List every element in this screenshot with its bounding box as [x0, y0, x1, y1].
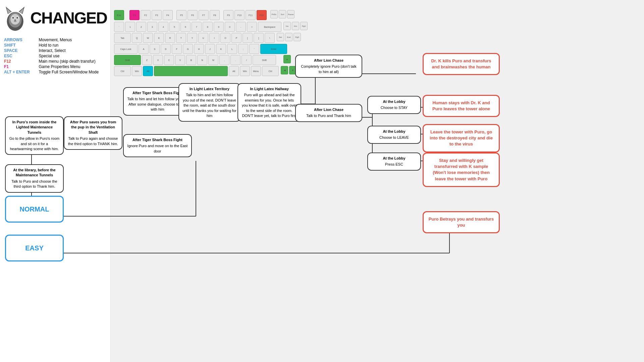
key-1: 1: [125, 22, 135, 32]
outcome1-text: Dr. K kills Puro and transfurs and brain…: [431, 58, 491, 69]
node-lion-talk: After Lion Chase Talk to Puro and Thank …: [295, 104, 362, 122]
node-lobby-esc-body: Press ESC: [385, 162, 403, 166]
outcome-puro-betrays: Puro Betrays you and transfurs you: [423, 211, 500, 233]
node-puro-saves-title: After Puro saves you from the pup in the…: [68, 120, 118, 135]
key-f2: F2: [141, 10, 151, 20]
desc-f12: Main menu (skip death transfur): [39, 59, 106, 64]
key-d: D: [161, 44, 171, 54]
key-quote: ': [249, 44, 259, 54]
key-minus: -: [236, 22, 246, 32]
desc-space: Interact, Select: [39, 48, 106, 53]
node-llt-title: In Light Latex Territory: [182, 86, 236, 92]
key-g: G: [183, 44, 193, 54]
key-e: E: [154, 33, 164, 43]
key-up: ▲: [283, 55, 291, 63]
control-space: SPACE Interact, Select: [4, 48, 106, 53]
key-i: I: [209, 33, 219, 43]
key-rbracket: ]: [254, 33, 264, 43]
key-enter-kb: Enter: [260, 44, 287, 54]
key-f6: F6: [187, 10, 198, 20]
key-esc-kb: Esc: [114, 10, 124, 20]
node-library-title: At the library, before the Maintenance T…: [9, 168, 60, 178]
desc-arrows: Movement, Menus: [39, 38, 106, 42]
normal-label: NORMAL: [20, 204, 49, 214]
key-f12-kb: F12: [257, 10, 267, 20]
key-f12: F12: [4, 59, 38, 64]
node-lion-talk-title: After Lion Chase: [299, 107, 358, 112]
key-f8: F8: [210, 10, 220, 20]
control-shift: SHIFT Hold to run: [4, 43, 106, 48]
key-alt-r: Alt: [229, 66, 239, 76]
key-alt: ALT + ENTER: [4, 70, 38, 74]
svg-point-11: [14, 20, 16, 21]
key-comma: ,: [219, 55, 229, 65]
outcome3-text: Leave the tower with Puro, go into the d…: [430, 129, 493, 146]
key-win: Win: [132, 66, 142, 76]
key-backtick: `: [114, 22, 124, 32]
desc-f1: Game Properties Menu: [39, 64, 106, 69]
key-l: L: [227, 44, 237, 54]
outcome-stay-transfur: Stay and willingly get transfurred with …: [423, 153, 500, 187]
key-shift-l: Shift: [114, 55, 141, 65]
node-puro-saves: After Puro saves you from the pup in the…: [64, 116, 122, 150]
key-0: 0: [225, 22, 235, 32]
key-x: X: [153, 55, 163, 65]
easy-label: EASY: [25, 243, 43, 253]
key-tab: Tab: [114, 33, 131, 43]
node-tiger-shark-ignore-title: After Tiger Shark Boss Fight: [127, 137, 188, 142]
svg-point-6: [10, 14, 20, 25]
key-q: Q: [132, 33, 142, 43]
node-puros-room: In Puro's room inside the Lighted Mainte…: [5, 116, 64, 155]
key-ctrl-r: Ctrl: [262, 66, 279, 76]
key-f10: F10: [234, 10, 245, 20]
key-j: J: [205, 44, 215, 54]
key-f5: F5: [176, 10, 186, 20]
key-pause: Pause: [287, 10, 294, 18]
key-lbracket: [: [243, 33, 253, 43]
key-6: 6: [180, 22, 191, 32]
control-esc: ESC Special use: [4, 54, 106, 58]
node-library: At the library, before the Maintenance T…: [5, 164, 64, 193]
node-tiger-shark-ignore-body: Ignore Puro and move on to the East door: [127, 144, 188, 153]
node-normal: NORMAL: [5, 196, 64, 223]
outcome-leave-tower: Leave the tower with Puro, go into the d…: [423, 124, 500, 153]
key-f7: F7: [199, 10, 209, 20]
outcome-human-stays: Human stays with Dr. K and Puro leaves t…: [423, 95, 500, 117]
node-lion-ignore: After Lion Chase Completely ignore Puro …: [295, 55, 362, 78]
key-m: M: [208, 55, 218, 65]
logo-area: CHANGED: [3, 3, 107, 34]
game-title: CHANGED: [30, 3, 107, 26]
key-f9: F9: [223, 10, 233, 20]
key-del: Del: [277, 33, 284, 41]
key-v: V: [175, 55, 185, 65]
key-ins: Ins: [283, 22, 291, 30]
node-llh-body: Puro will go ahead and bait the enemies …: [242, 93, 297, 118]
mascot-icon: [3, 3, 27, 34]
desc-alt: Toggle Full Screen/Window Mode: [39, 70, 106, 74]
key-space-kb: [154, 66, 228, 76]
key-p: P: [231, 33, 241, 43]
node-lobby-esc-title: At the Lobby: [371, 156, 417, 161]
node-light-latex-hallway: In Light Latex Hallway Puro will go ahea…: [237, 83, 301, 122]
key-pgup: PgU: [300, 22, 308, 30]
key-f11: F11: [246, 10, 256, 20]
key-caps: Caps Lock: [114, 44, 138, 54]
key-backslash: \: [265, 33, 275, 43]
key-a: A: [139, 44, 149, 54]
control-f1: F1 Game Properties Menu: [4, 64, 106, 69]
key-f3: F3: [152, 10, 162, 20]
key-c: C: [164, 55, 174, 65]
node-lobby-leave-body: Choose to LEAVE: [379, 135, 409, 139]
key-9: 9: [214, 22, 224, 32]
node-lobby-leave: At the Lobby Choose to LEAVE: [367, 126, 421, 144]
key-t: T: [176, 33, 186, 43]
node-puros-room-body: Go to the pillow in Puro's room and sit …: [9, 136, 59, 151]
node-tiger-shark-ignore: After Tiger Shark Boss Fight Ignore Puro…: [123, 134, 192, 157]
key-w: W: [143, 33, 153, 43]
key-semi: ;: [238, 44, 248, 54]
key-r: R: [165, 33, 175, 43]
key-equals: =: [247, 22, 257, 32]
outcome5-text: Puro Betrays you and transfurs you: [429, 217, 494, 228]
key-b: B: [186, 55, 196, 65]
node-puro-saves-body: Talk to Puro again and choose the third …: [68, 136, 118, 145]
